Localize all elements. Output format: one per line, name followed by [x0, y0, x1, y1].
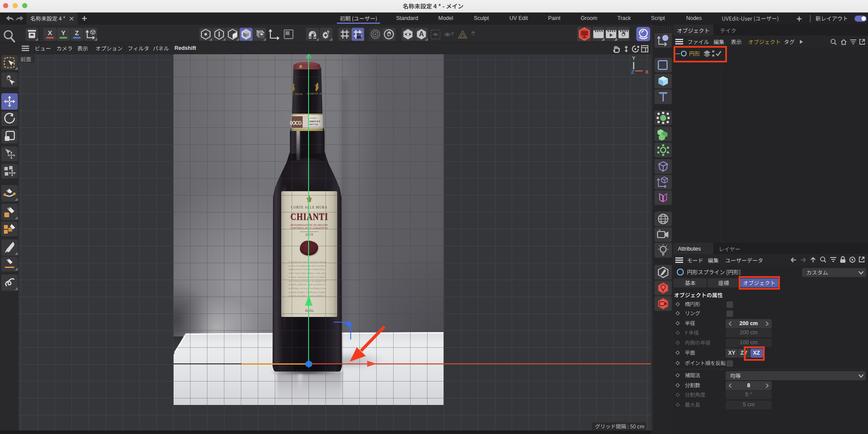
svg-text:Y: Y	[632, 55, 635, 61]
svg-text:Z: Z	[631, 69, 634, 75]
svg-text:X: X	[645, 69, 649, 75]
